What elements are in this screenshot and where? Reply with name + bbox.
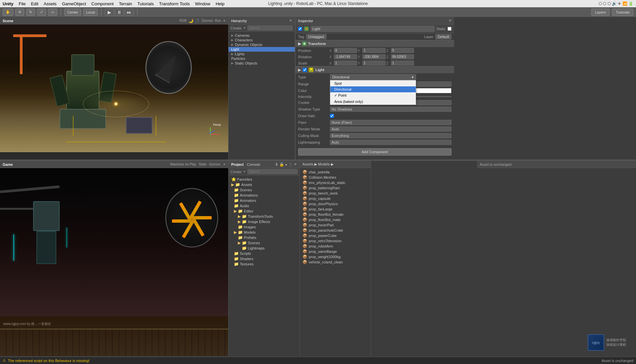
flare-value[interactable]: None (Flare) <box>330 120 451 125</box>
menu-window[interactable]: Window <box>195 1 210 6</box>
hand-tool[interactable]: ✋ <box>3 9 13 16</box>
lightmapping-value[interactable]: Auto <box>330 140 451 145</box>
hierarchy-search[interactable] <box>247 25 293 30</box>
object-name-input[interactable] <box>311 26 434 32</box>
asset-door-physics[interactable]: 📦 prop_doorPhysics <box>300 201 371 206</box>
folder-lightmaps[interactable]: 📁 Lightmaps <box>229 246 299 251</box>
menu-help[interactable]: Help <box>216 1 225 6</box>
stats-btn[interactable]: Stats <box>199 162 206 166</box>
inspector-close[interactable]: ✕ <box>449 19 451 23</box>
menu-transform-tools[interactable]: Transform Tools <box>159 1 189 6</box>
rot-x[interactable] <box>334 54 357 59</box>
folder-animators[interactable]: 📁 Animators <box>229 198 299 203</box>
asset-robot-arm[interactable]: 📦 prop_robotArm <box>300 244 371 249</box>
menu-terrain[interactable]: Terrain <box>119 1 132 6</box>
folder-scenes2[interactable]: ▶ 📁 Scenes <box>229 240 299 246</box>
asset-hover-pad[interactable]: 📦 prop_hoverPad <box>300 222 371 228</box>
rotate-tool[interactable]: ↻ <box>26 9 35 16</box>
draw-halo-checkbox[interactable] <box>330 114 334 118</box>
light-component-header[interactable]: ▶ 💡 Light <box>295 66 454 73</box>
folder-prefabs[interactable]: 📁 Prefabs <box>229 235 299 240</box>
scale-tool[interactable]: ⤢ <box>37 9 46 16</box>
game-tab[interactable]: Game <box>3 162 13 166</box>
asset-char-astrella[interactable]: 📦 char_astrella <box>300 169 371 175</box>
object-active-checkbox[interactable] <box>298 27 302 31</box>
scale-y[interactable] <box>362 61 386 66</box>
hierarchy-close[interactable]: ✕ <box>289 19 292 23</box>
static-checkbox[interactable] <box>448 27 451 31</box>
layers-button[interactable]: Layers <box>591 9 610 16</box>
folder-assets[interactable]: ▶ 📁 Assets <box>229 182 299 187</box>
option-area[interactable]: Area (baked only) <box>330 99 416 105</box>
add-component-button[interactable]: Add Component <box>298 148 451 156</box>
folder-scripts[interactable]: 📁 Scripts <box>229 251 299 256</box>
shadow-type-value[interactable]: No Shadows <box>330 107 451 112</box>
project-tab[interactable]: Project <box>231 162 243 166</box>
folder-animations[interactable]: 📁 Animations <box>229 193 299 198</box>
option-point[interactable]: Point <box>330 92 416 99</box>
folder-audio[interactable]: 📁 Audio <box>229 203 299 208</box>
rect-tool[interactable]: ▭ <box>48 9 57 16</box>
rot-z[interactable] <box>391 54 414 59</box>
scene-viewport[interactable]: Persp <box>0 24 228 152</box>
pos-y[interactable] <box>362 48 386 53</box>
folder-models[interactable]: ▶ 📁 Models <box>229 230 299 235</box>
project-close[interactable]: ✕ <box>294 162 297 166</box>
pause-button[interactable]: ⏸ <box>115 9 124 16</box>
hierarchy-cameras[interactable]: ▶ Cameras <box>229 33 295 38</box>
hierarchy-light[interactable]: Light <box>229 47 295 52</box>
layer-dropdown[interactable]: Default <box>435 34 451 39</box>
asset-floorbot-female[interactable]: 📦 prop_floorBot_female <box>300 212 371 217</box>
asset-env-physics[interactable]: 📦 env_physicsLab_static <box>300 180 371 185</box>
menu-assets[interactable]: Assets <box>44 1 57 6</box>
local-global-btn[interactable]: Local <box>83 9 98 16</box>
scene-close[interactable]: ✕ <box>223 19 226 23</box>
hierarchy-lights[interactable]: ▶ Lights <box>229 52 295 56</box>
pos-z[interactable] <box>391 48 414 53</box>
folder-images[interactable]: 📁 Images <box>229 224 299 230</box>
play-button[interactable]: ▶ <box>105 9 114 16</box>
hierarchy-tab[interactable]: Hierarchy <box>231 19 247 23</box>
asset-capsule[interactable]: 📦 prop_capsule <box>300 196 371 201</box>
folder-editor[interactable]: ▶ 📁 Editor <box>229 208 299 214</box>
game-close[interactable]: ✕ <box>223 162 226 166</box>
gizmos-btn[interactable]: Gizmos <box>202 19 213 23</box>
asset-vehicle[interactable]: 📦 vehicle_rciand_clean <box>300 259 371 265</box>
menu-edit[interactable]: Edit <box>31 1 38 6</box>
hierarchy-dynamic-objects[interactable]: ▶ Dynamic Objects <box>229 42 295 47</box>
asset-weight[interactable]: 📦 prop_weight1000kg <box>300 254 371 259</box>
hierarchy-characters[interactable]: ▶ Characters <box>229 38 295 42</box>
tutorials-button[interactable]: Tutorials <box>612 9 633 16</box>
project-search[interactable] <box>247 169 297 174</box>
asset-floorbot-male[interactable]: 📦 prop_floorBot_male <box>300 217 371 222</box>
light-enabled[interactable] <box>303 68 307 72</box>
asset-power-cube[interactable]: 📦 prop_powerCube <box>300 233 371 238</box>
asset-parachute-crate[interactable]: 📦 prop_parachuteCrate <box>300 228 371 233</box>
game-gizmos-btn[interactable]: Gizmos <box>209 162 220 166</box>
create-btn[interactable]: Create <box>231 26 241 30</box>
folder-transform-tools[interactable]: ▶ 📁 TransformTools <box>229 214 299 219</box>
culling-value[interactable]: Everything <box>330 133 451 138</box>
pos-x[interactable] <box>334 48 357 53</box>
rgb-btn[interactable]: RGB <box>180 19 187 23</box>
asset-bench-work[interactable]: 📦 prop_bench_work <box>300 191 371 196</box>
game-viewport[interactable]: www.cgjoy.com by 路…一直都在 <box>0 168 228 356</box>
folder-scenes[interactable]: 📁 Scenes <box>229 187 299 193</box>
transform-section[interactable]: ▶ ⊕ Transform <box>295 40 454 47</box>
asset-retro-television[interactable]: 📦 prop_retroTelevision <box>300 238 371 244</box>
scale-x[interactable] <box>334 61 357 66</box>
maximize-on-play[interactable]: Maximize on Play <box>170 162 196 166</box>
scene-tab[interactable]: Scene <box>3 19 13 23</box>
asset-fan-large[interactable]: 📦 prop_fanLarge <box>300 206 371 212</box>
option-spot[interactable]: Spot <box>330 80 416 86</box>
folder-shaders[interactable]: 📁 Shaders <box>229 256 299 261</box>
step-button[interactable]: ⏭ <box>125 9 134 16</box>
menu-component[interactable]: Component <box>91 1 114 6</box>
hierarchy-static-objects[interactable]: ▶ Static Objects <box>229 61 295 66</box>
scale-z[interactable] <box>391 61 414 66</box>
asset-samoflange[interactable]: 📦 prop_samoflange <box>300 249 371 254</box>
folder-image-effects[interactable]: ▶ 📁 Image Effects <box>229 219 299 224</box>
center-pivot-btn[interactable]: Center <box>64 9 81 16</box>
project-create-btn[interactable]: Create <box>231 170 241 174</box>
asset-collision-meshes[interactable]: 📦 Collision Meshes <box>300 175 371 180</box>
